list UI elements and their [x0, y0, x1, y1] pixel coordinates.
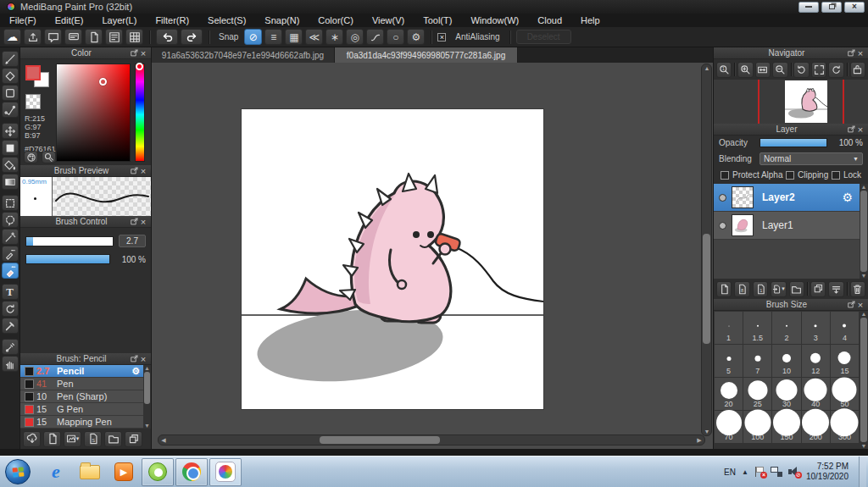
- protect-alpha-checkbox[interactable]: Protect Alpha: [721, 170, 782, 180]
- hue-marker[interactable]: [136, 63, 143, 70]
- zoom-out-icon[interactable]: [772, 62, 787, 78]
- taskbar-internet-explorer[interactable]: e: [40, 458, 72, 486]
- brush-item-pen-sharp[interactable]: 10 Pen (Sharp): [20, 390, 143, 403]
- palette-icon[interactable]: [24, 151, 38, 163]
- close-icon[interactable]: ×: [856, 125, 865, 135]
- close-icon[interactable]: ×: [139, 166, 147, 176]
- snap-concentric-icon[interactable]: ◎: [346, 29, 364, 45]
- brush-cloud-download-icon[interactable]: [23, 431, 41, 447]
- brush-size-option[interactable]: 3: [802, 312, 830, 344]
- brush-size-option[interactable]: 200: [802, 411, 830, 443]
- brush-list-scrollbar[interactable]: ▲ ▼: [143, 365, 151, 429]
- close-icon[interactable]: ×: [856, 300, 865, 310]
- taskbar-file-explorer[interactable]: [74, 458, 106, 486]
- clipping-checkbox[interactable]: Clipping: [786, 170, 828, 180]
- reset-view-icon[interactable]: [811, 62, 826, 78]
- document-tab-2-active[interactable]: f0a3d1da4c93f9949699805777c281a6.jpg: [335, 47, 518, 63]
- vertical-scrollbar[interactable]: ▲ ▼: [701, 64, 712, 436]
- eyedropper-tool[interactable]: [2, 318, 19, 334]
- popout-icon[interactable]: [130, 218, 139, 225]
- delete-layer-icon[interactable]: [850, 281, 865, 297]
- scrollbar-thumb[interactable]: [320, 436, 440, 444]
- script-brush-icon[interactable]: S: [84, 431, 102, 447]
- taskbar-medibang-active[interactable]: [209, 458, 242, 486]
- close-icon[interactable]: ×: [139, 354, 147, 364]
- brush-size-option[interactable]: 4: [831, 312, 859, 344]
- document-tab-1[interactable]: 91a6a53632b7048e97e1e994d6662afb.jpg: [152, 47, 335, 63]
- snap-settings-icon[interactable]: ⚙: [407, 29, 425, 45]
- snap-vanishing-point-icon[interactable]: ≪: [305, 29, 323, 45]
- brush-size-option[interactable]: 5: [715, 345, 743, 377]
- snap-off-icon[interactable]: ⊘: [244, 29, 262, 45]
- zoom-100-icon[interactable]: 1: [716, 62, 732, 78]
- layer-settings-icon[interactable]: ⚙: [842, 191, 853, 204]
- eraser-tool[interactable]: [2, 68, 19, 84]
- show-hidden-icons[interactable]: ▲: [742, 468, 748, 476]
- snap-curve-icon[interactable]: [366, 29, 384, 45]
- brush-size-option[interactable]: 1: [715, 312, 743, 344]
- add-1bit-layer-icon[interactable]: 1: [753, 281, 768, 297]
- hand-tool[interactable]: [2, 356, 19, 372]
- close-icon[interactable]: ×: [856, 48, 865, 58]
- brush-size-option[interactable]: 20: [715, 378, 743, 410]
- layer-row-layer1[interactable]: Layer1: [714, 212, 860, 240]
- color-set-icon[interactable]: [42, 151, 56, 163]
- hue-slider[interactable]: [135, 64, 145, 162]
- brush-size-option[interactable]: 150: [772, 411, 800, 443]
- brush-size-slider[interactable]: [25, 236, 114, 246]
- add-layer-icon[interactable]: [716, 281, 732, 297]
- network-icon[interactable]: [771, 467, 782, 477]
- action-center-icon[interactable]: ×: [754, 467, 765, 477]
- volume-muted-icon[interactable]: ⊘: [788, 467, 800, 477]
- add-8bit-layer-icon[interactable]: 8: [734, 281, 749, 297]
- brush-item-pen[interactable]: 41 Pen: [20, 378, 143, 390]
- text-tool[interactable]: T: [2, 284, 19, 300]
- brush-settings-icon[interactable]: ⚙: [131, 366, 140, 377]
- layer-list-scrollbar[interactable]: ▲ ▼: [860, 184, 868, 279]
- document-icon[interactable]: [85, 29, 103, 45]
- brush-size-option[interactable]: 2: [772, 312, 800, 344]
- gradient-tool[interactable]: [2, 174, 19, 190]
- canvas[interactable]: [242, 109, 543, 409]
- language-indicator[interactable]: EN: [724, 468, 736, 477]
- brush-size-option[interactable]: 1.5: [743, 312, 771, 344]
- brush-item-g-pen[interactable]: 15 G Pen: [20, 403, 143, 416]
- taskbar-chrome[interactable]: [175, 458, 208, 486]
- blending-dropdown[interactable]: Normal ▼: [760, 152, 863, 165]
- close-icon[interactable]: ×: [139, 217, 147, 227]
- taskbar-green-browser[interactable]: [142, 458, 174, 486]
- menu-file[interactable]: File(F): [0, 14, 46, 26]
- duplicate-brush-icon[interactable]: [125, 431, 142, 447]
- show-desktop-button[interactable]: [859, 457, 866, 487]
- brush-size-option[interactable]: 12: [802, 345, 830, 377]
- brush-size-scrollbar[interactable]: ▲ ▼: [860, 311, 868, 449]
- cloud-icon[interactable]: ☁: [3, 29, 21, 45]
- redo-button[interactable]: [181, 29, 203, 45]
- rotate-view-tool[interactable]: [2, 301, 19, 317]
- transparent-color-swatch[interactable]: [25, 94, 41, 109]
- menu-edit[interactable]: Edit(E): [46, 14, 93, 26]
- merge-layer-icon[interactable]: [828, 281, 843, 297]
- rotate-ccw-icon[interactable]: [793, 62, 809, 78]
- menu-view[interactable]: View(V): [363, 14, 414, 26]
- duplicate-layer-icon[interactable]: [810, 281, 826, 297]
- menu-window[interactable]: Window(W): [461, 14, 528, 26]
- fit-window-icon[interactable]: [755, 62, 771, 78]
- brush-item-pencil[interactable]: 2.7 Pencil ⚙: [20, 365, 143, 378]
- layer-opacity-slider[interactable]: [760, 138, 827, 147]
- lasso-select-tool[interactable]: [2, 212, 19, 228]
- upload-icon[interactable]: [24, 29, 42, 45]
- close-icon[interactable]: ×: [139, 48, 147, 58]
- menu-layer[interactable]: Layer(L): [92, 14, 146, 26]
- snap-radial-icon[interactable]: ∗: [326, 29, 343, 45]
- close-button[interactable]: ×: [844, 2, 865, 13]
- brush-size-option[interactable]: 100: [743, 411, 771, 443]
- menu-select[interactable]: Select(S): [198, 14, 255, 26]
- bucket-tool[interactable]: [2, 157, 19, 173]
- popout-icon[interactable]: [130, 167, 139, 174]
- brush-size-option[interactable]: 50: [831, 378, 859, 410]
- sv-marker[interactable]: [99, 78, 107, 86]
- comment-icon[interactable]: [44, 29, 62, 45]
- import-layer-icon[interactable]: ▾: [771, 281, 786, 297]
- select-fill-tool[interactable]: [2, 140, 19, 156]
